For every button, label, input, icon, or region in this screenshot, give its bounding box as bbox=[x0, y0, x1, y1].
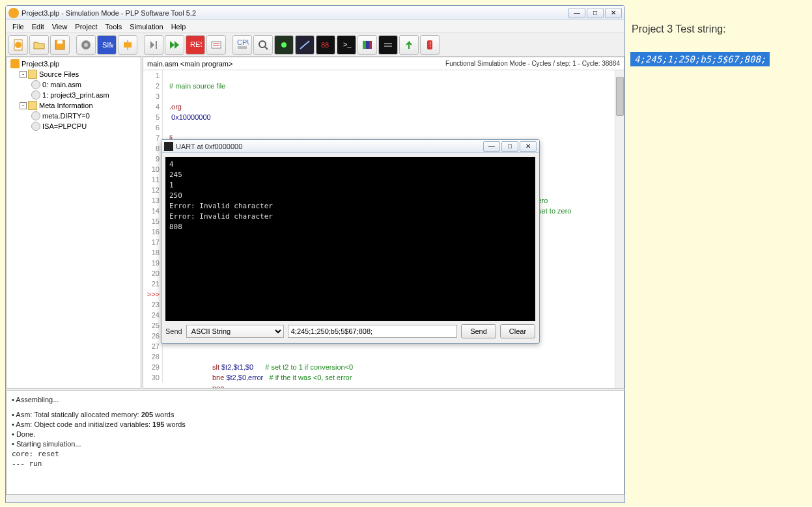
folder-icon bbox=[28, 101, 37, 110]
menu-edit[interactable]: Edit bbox=[28, 21, 48, 32]
close-button[interactable]: ✕ bbox=[605, 8, 622, 18]
cpu-button[interactable]: CPU bbox=[232, 35, 252, 55]
menu-tools[interactable]: Tools bbox=[102, 21, 126, 32]
svg-point-12 bbox=[259, 41, 266, 48]
project-icon bbox=[10, 59, 20, 68]
menu-simulation[interactable]: Simulation bbox=[126, 21, 167, 32]
project-tree[interactable]: Project3.plp -Source Files 0: main.asm 1… bbox=[6, 57, 141, 389]
uart-titlebar[interactable]: UART at 0xf0000000 — □ ✕ bbox=[161, 140, 539, 153]
menu-help[interactable]: Help bbox=[167, 21, 190, 32]
svg-text:RESET: RESET bbox=[190, 40, 202, 48]
uart-output[interactable]: 4 245 1 250 Error: Invalid character Err… bbox=[165, 157, 535, 321]
svg-text:>_: >_ bbox=[343, 40, 352, 48]
assemble-button[interactable] bbox=[76, 35, 96, 55]
uart-minimize-button[interactable]: — bbox=[483, 141, 500, 152]
file-icon bbox=[31, 122, 40, 131]
interrupt-button[interactable]: ! bbox=[420, 35, 440, 55]
file-icon bbox=[31, 111, 40, 120]
menu-file[interactable]: File bbox=[8, 21, 28, 32]
console-line: --- run bbox=[12, 459, 619, 469]
window-title: Project3.plp - Simulation Mode - PLP Sof… bbox=[21, 9, 568, 17]
toolbar: SIM RESET CPU 88 >_ ! bbox=[6, 33, 624, 57]
svg-rect-17 bbox=[366, 41, 369, 49]
sim-status: Functional Simulation Mode - Cycles / st… bbox=[445, 60, 620, 67]
uart-maximize-button[interactable]: □ bbox=[501, 141, 518, 152]
minimize-button[interactable]: — bbox=[568, 8, 585, 18]
svg-text:!: ! bbox=[429, 40, 431, 48]
send-button[interactable]: Send bbox=[461, 324, 496, 338]
svg-text:CPU: CPU bbox=[237, 38, 249, 46]
plpid-button[interactable] bbox=[378, 35, 398, 55]
send-mode-select[interactable]: ASCII String bbox=[186, 325, 284, 338]
watcher-button[interactable] bbox=[253, 35, 273, 55]
tree-meta-0[interactable]: meta.DIRTY=0 bbox=[42, 112, 90, 120]
run-button[interactable] bbox=[165, 35, 184, 55]
switches-button[interactable] bbox=[295, 35, 315, 55]
step-button[interactable] bbox=[144, 35, 163, 55]
menu-project[interactable]: Project bbox=[71, 21, 101, 32]
gpio-button[interactable] bbox=[399, 35, 419, 55]
open-button[interactable] bbox=[29, 35, 49, 55]
svg-point-1 bbox=[15, 42, 21, 48]
vga-button[interactable] bbox=[357, 35, 377, 55]
file-icon bbox=[31, 90, 40, 100]
uart-close-button[interactable]: ✕ bbox=[520, 141, 537, 152]
console-line: • Starting simulation... bbox=[12, 439, 619, 449]
editor-scrollbar[interactable] bbox=[615, 70, 624, 388]
svg-rect-8 bbox=[156, 41, 157, 49]
console-line: • Asm: Object code and initialized varia… bbox=[12, 420, 619, 430]
output-console[interactable]: • Assembling... • Asm: Total statically … bbox=[6, 391, 624, 495]
clear-button[interactable]: Clear bbox=[500, 324, 535, 338]
float-button[interactable] bbox=[206, 35, 226, 55]
tree-meta[interactable]: Meta Information bbox=[39, 102, 93, 109]
new-button[interactable] bbox=[8, 35, 28, 55]
program-button[interactable] bbox=[118, 35, 137, 55]
line-gutter: 123456789101112131415161718192021>>>2324… bbox=[143, 70, 163, 383]
reset-button[interactable]: RESET bbox=[186, 35, 205, 55]
console-line: • Done. bbox=[12, 430, 619, 439]
terminal-icon bbox=[164, 142, 173, 151]
console-line: • Asm: Total statically allocated memory… bbox=[12, 410, 619, 420]
console-line: • Assembling... bbox=[12, 395, 619, 405]
uart-button[interactable]: >_ bbox=[337, 35, 356, 55]
svg-rect-18 bbox=[369, 41, 372, 49]
tree-root[interactable]: Project3.plp bbox=[21, 60, 59, 68]
save-button[interactable] bbox=[50, 35, 70, 55]
titlebar: Project3.plp - Simulation Mode - PLP Sof… bbox=[6, 6, 624, 20]
svg-rect-3 bbox=[57, 40, 63, 44]
expand-icon[interactable]: - bbox=[20, 71, 27, 78]
tree-meta-1[interactable]: ISA=PLPCPU bbox=[42, 122, 87, 130]
sim-button[interactable]: SIM bbox=[97, 35, 117, 55]
leds-button[interactable] bbox=[274, 35, 294, 55]
svg-rect-10 bbox=[212, 42, 221, 48]
note-text[interactable]: 4;245;1;250;b5;5$67;808; bbox=[630, 52, 770, 66]
svg-text:SIM: SIM bbox=[102, 41, 113, 49]
sevenseg-button[interactable]: 88 bbox=[316, 35, 335, 55]
maximize-button[interactable]: □ bbox=[587, 8, 604, 18]
file-icon bbox=[31, 80, 40, 89]
menubar: File Edit View Project Tools Simulation … bbox=[6, 20, 624, 33]
tree-src[interactable]: Source Files bbox=[39, 70, 79, 78]
send-label: Send bbox=[165, 327, 182, 335]
menu-view[interactable]: View bbox=[48, 21, 72, 32]
svg-rect-7 bbox=[124, 42, 132, 48]
note-title: Project 3 Test string: bbox=[632, 23, 726, 35]
app-icon bbox=[8, 8, 19, 18]
scroll-thumb[interactable] bbox=[616, 77, 624, 116]
uart-dialog[interactable]: UART at 0xf0000000 — □ ✕ 4 245 1 250 Err… bbox=[161, 139, 540, 344]
uart-input[interactable] bbox=[288, 325, 457, 338]
editor-filename: main.asm <main program> bbox=[147, 60, 445, 68]
folder-icon bbox=[28, 70, 37, 79]
svg-rect-16 bbox=[363, 41, 366, 49]
uart-title: UART at 0xf0000000 bbox=[176, 143, 483, 150]
tree-file-1[interactable]: 1: project3_print.asm bbox=[42, 91, 109, 99]
tree-file-0[interactable]: 0: main.asm bbox=[42, 81, 81, 89]
svg-point-13 bbox=[281, 42, 287, 48]
expand-icon[interactable]: - bbox=[20, 102, 27, 109]
svg-point-5 bbox=[84, 43, 88, 47]
console-line: core: reset bbox=[12, 449, 619, 459]
svg-text:88: 88 bbox=[321, 41, 329, 49]
